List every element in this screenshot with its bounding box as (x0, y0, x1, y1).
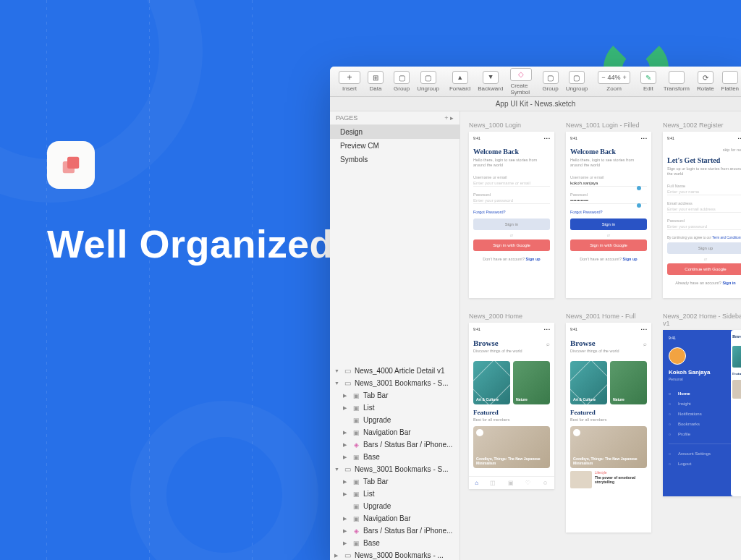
zoom-control[interactable]: −44%+ Zoom (595, 69, 633, 93)
page-item[interactable]: Symbols (330, 153, 460, 166)
layer-item[interactable]: ▶List (330, 402, 460, 414)
sidebar: PAGES + ▸ DesignPreview CMSymbols ▼News_… (330, 111, 460, 560)
ungroup-button[interactable]: Ungroup (414, 69, 442, 93)
svg-rect-1 (63, 161, 75, 173)
insert-button[interactable]: Insert (336, 69, 363, 93)
sketch-window: Insert Data Group Ungroup Forward Backwa… (330, 67, 741, 560)
create-symbol-button[interactable]: Create Symbol (507, 67, 535, 97)
artboard-label[interactable]: News_2000 Home (469, 313, 554, 320)
forward-button[interactable]: Forward (446, 69, 473, 93)
layer-item[interactable]: ▼News_3001 Bookmarks - S... (330, 463, 460, 475)
group-button[interactable]: Group (391, 69, 412, 93)
artboard-sidebar[interactable]: 9:41▪ ▪ ▪ Kokoh Sanjaya Personal HomeIns… (663, 330, 741, 496)
sidebar-menu-item[interactable]: Account Settings (669, 449, 741, 459)
layer-item[interactable]: ▶Base (330, 537, 460, 549)
layer-item[interactable]: ▶Tab Bar (330, 475, 460, 488)
product-logo (47, 141, 95, 189)
transform-button[interactable]: Transform (661, 69, 693, 93)
layer-item[interactable]: ▶Navigation Bar (330, 512, 460, 525)
decoration-circle (130, 401, 318, 560)
layer-item[interactable]: ▶List (330, 488, 460, 500)
layers-panel: ▼News_4000 Article Detail v1▼News_3001 B… (330, 362, 460, 560)
layer-item[interactable]: ▶Tab Bar (330, 389, 460, 402)
pages-header: PAGES + ▸ (330, 111, 460, 125)
ungroup-button-2[interactable]: Ungroup (563, 69, 591, 93)
layer-item[interactable]: Upgrade (330, 500, 460, 512)
layer-item[interactable]: Upgrade (330, 414, 460, 426)
sidebar-menu-item[interactable]: Profile (669, 429, 741, 439)
rotate-button[interactable]: Rotate (694, 69, 717, 93)
artboard-home[interactable]: 9:41▪ ▪ ▪ Browse⌕ Discover things of the… (469, 323, 554, 489)
layer-item[interactable]: ▼News_3001 Bookmarks - S... (330, 377, 460, 389)
window-title: App UI Kit - News.sketch (330, 97, 741, 111)
sidebar-menu-item[interactable]: Insight (669, 399, 741, 409)
artboard-login-filled[interactable]: 9:41▪ ▪ ▪ Welcome Back Hello there, logi… (566, 132, 651, 298)
flatten-button[interactable]: Flatten (719, 69, 741, 93)
layer-item[interactable]: ▶News_3000 Bookmarks - ... (330, 549, 460, 560)
layers-icon (60, 154, 82, 176)
layer-item[interactable]: ▼News_4000 Article Detail v1 (330, 365, 460, 377)
artboard-label[interactable]: News_2002 Home - Sidebar v1 (663, 313, 741, 327)
artboard-login[interactable]: 9:41▪ ▪ ▪ Welcome Back Hello there, logi… (469, 132, 554, 298)
sidebar-menu-item[interactable]: Home (669, 389, 741, 399)
artboard-label[interactable]: News_1000 Login (469, 122, 554, 129)
artboard-register[interactable]: 9:41▪ ▪ ▪ skip for now Let's Get Started… (663, 132, 741, 298)
layer-item[interactable]: ▶Bars / Status Bar / iPhone... (330, 525, 460, 537)
page-item[interactable]: Preview CM (330, 139, 460, 153)
sidebar-menu-item[interactable]: Notifications (669, 409, 741, 419)
canvas[interactable]: News_1000 Login 9:41▪ ▪ ▪ Welcome Back H… (460, 111, 741, 560)
sidebar-menu-item[interactable]: Logout (669, 459, 741, 469)
artboard-home-full[interactable]: 9:41▪ ▪ ▪ Browse⌕ Discover things of the… (566, 323, 651, 533)
artboard-label[interactable]: News_1002 Register (663, 122, 741, 129)
layer-item[interactable]: ▶Navigation Bar (330, 426, 460, 438)
toolbar: Insert Data Group Ungroup Forward Backwa… (330, 67, 741, 97)
layer-item[interactable]: ▶Base (330, 451, 460, 463)
group-button-2[interactable]: Group (539, 69, 561, 93)
page-item[interactable]: Design (330, 125, 460, 139)
layer-item[interactable]: ▶Bars / Status Bar / iPhone... (330, 438, 460, 451)
edit-button[interactable]: Edit (638, 69, 659, 93)
sidebar-menu-item[interactable]: Bookmarks (669, 419, 741, 429)
data-button[interactable]: Data (365, 69, 386, 93)
artboard-label[interactable]: News_1001 Login - Filled (566, 122, 651, 129)
add-page-icon[interactable]: + ▸ (444, 114, 454, 122)
artboard-label[interactable]: News_2001 Home - Full (566, 313, 651, 320)
decoration-circle (0, 0, 203, 203)
backward-button[interactable]: Backward (475, 69, 506, 93)
